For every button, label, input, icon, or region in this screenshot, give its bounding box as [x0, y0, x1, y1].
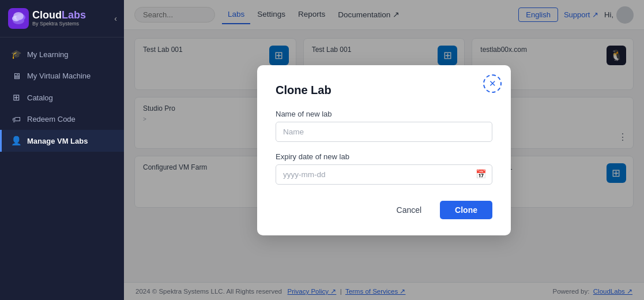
sidebar-item-label: Redeem Code: [27, 115, 76, 123]
main-content: Labs Settings Reports Documentation ↗ En…: [124, 0, 644, 300]
manage-vm-labs-icon: 👤: [11, 136, 21, 146]
modal-overlay: Clone Lab ✕ Name of new lab Expiry date …: [124, 0, 644, 300]
sidebar: CloudLabs By Spektra Systems ‹ 🎓 My Lear…: [0, 0, 124, 300]
redeem-code-icon: 🏷: [11, 114, 21, 124]
my-learning-icon: 🎓: [11, 49, 21, 59]
svg-point-4: [13, 12, 24, 20]
sidebar-item-label: Manage VM Labs: [27, 137, 88, 145]
clone-lab-modal: Clone Lab ✕ Name of new lab Expiry date …: [257, 65, 511, 235]
sidebar-toggle-icon[interactable]: ‹: [114, 14, 117, 23]
sidebar-logo: CloudLabs By Spektra Systems ‹: [0, 0, 124, 38]
sidebar-item-label: My Learning: [27, 50, 69, 59]
expiry-date-input[interactable]: [276, 164, 492, 185]
logo-text: CloudLabs By Spektra Systems: [32, 10, 86, 27]
logo-brand: CloudLabs: [32, 10, 86, 21]
date-input-wrap: 📅: [276, 164, 492, 185]
clone-button[interactable]: Clone: [440, 201, 492, 219]
calendar-icon[interactable]: 📅: [476, 169, 487, 179]
modal-footer: Cancel Clone: [276, 201, 492, 219]
logo-byline: By Spektra Systems: [32, 21, 86, 27]
cloudlabs-logo-icon: [8, 8, 29, 29]
catalog-icon: ⊞: [11, 92, 21, 103]
sidebar-item-label: My Virtual Machine: [27, 72, 91, 80]
logo-area: CloudLabs By Spektra Systems: [8, 8, 86, 29]
sidebar-nav: 🎓 My Learning 🖥 My Virtual Machine ⊞ Cat…: [0, 38, 124, 300]
expiry-label: Expiry date of new lab: [276, 152, 492, 161]
modal-title: Clone Lab: [276, 84, 492, 97]
sidebar-item-catalog[interactable]: ⊞ Catalog: [0, 87, 124, 108]
sidebar-item-my-learning[interactable]: 🎓 My Learning: [0, 43, 124, 65]
sidebar-item-label: Catalog: [27, 93, 53, 102]
name-input[interactable]: [276, 122, 492, 142]
sidebar-item-my-virtual-machine[interactable]: 🖥 My Virtual Machine: [0, 65, 124, 87]
cancel-button[interactable]: Cancel: [385, 201, 434, 219]
sidebar-item-redeem-code[interactable]: 🏷 Redeem Code: [0, 108, 124, 130]
my-virtual-machine-icon: 🖥: [11, 71, 21, 81]
modal-close-button[interactable]: ✕: [483, 74, 502, 93]
sidebar-item-manage-vm-labs[interactable]: 👤 Manage VM Labs: [0, 130, 124, 152]
name-label: Name of new lab: [276, 110, 492, 118]
